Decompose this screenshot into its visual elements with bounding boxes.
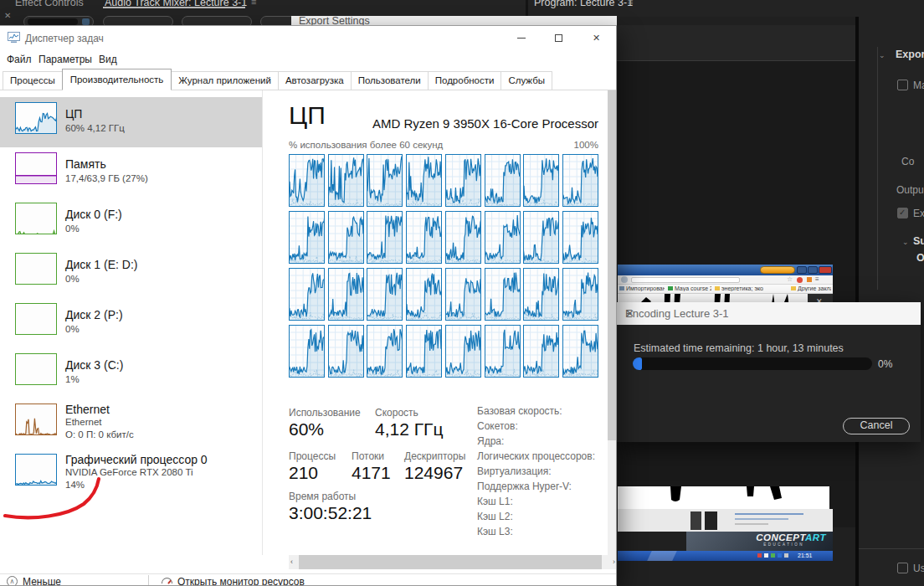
match-sequence-checkbox[interactable] (897, 80, 908, 90)
sidebar-item-cpu[interactable]: ЦП60% 4,12 ГГц (0, 97, 262, 147)
panel-menu-icon[interactable]: ≡ (251, 0, 256, 7)
tab-item[interactable]: Пользователи (351, 71, 429, 90)
screenshot-root: Effect Controls Audio Track Mixer: Lectu… (0, 0, 924, 586)
core-graph-12 (445, 211, 481, 267)
progress-percent: 0% (878, 358, 892, 370)
sidebar-item-detail: 0% (65, 224, 80, 234)
bookmark-item: Maya course 2013-2... (668, 285, 711, 291)
export-video-checkbox[interactable] (897, 208, 908, 218)
tray-icon (764, 553, 768, 558)
encoding-dialog-titlebar[interactable]: Encoding Lecture 3-1 ✕ (617, 302, 921, 325)
maximize-icon (555, 34, 562, 42)
menu-icon: ≡ (815, 275, 819, 283)
silhouette-feet (618, 486, 829, 509)
bookmark-item: Другие закладки (791, 285, 831, 291)
logo-sub: EDUCATION (686, 542, 804, 547)
tab-item[interactable]: Процессы (3, 71, 63, 90)
core-graph-8 (289, 211, 325, 267)
info-label: Логических процессоров: (477, 450, 595, 462)
fewer-details-link[interactable]: Меньше (23, 576, 61, 586)
stat-value: 3:00:52:21 (289, 503, 372, 523)
core-graph-16 (289, 268, 325, 324)
menu-item[interactable]: Параметры (38, 54, 92, 65)
sidebar-item-disk0[interactable]: Диск 0 (F:)0% (0, 198, 262, 248)
info-label: Виртуализация: (477, 465, 552, 477)
encoding-dialog: Encoding Lecture 3-1 ✕ Estimated time re… (617, 302, 921, 442)
tab-effect-controls[interactable]: Effect Controls (15, 0, 84, 8)
core-graph-9 (328, 211, 364, 267)
stat-value: 4,12 ГГц (375, 419, 443, 440)
info-label: Кэш L2: (477, 511, 513, 522)
preview-toolbar (617, 25, 855, 61)
tab-item[interactable]: Автозагрузка (278, 71, 352, 90)
tab-program-monitor[interactable]: Program: Lecture 3-1 (534, 0, 633, 8)
progress-bar (633, 357, 872, 370)
sidebar-item-name: Диск 2 (P:) (65, 308, 123, 321)
mixer-control-display (28, 18, 78, 25)
scrollbar-thumb[interactable] (608, 90, 616, 440)
close-icon[interactable]: ✕ (4, 11, 11, 20)
close-button[interactable]: ✕ (578, 26, 615, 49)
core-graph-2 (367, 154, 403, 210)
close-icon[interactable]: ✕ (625, 307, 912, 320)
sidebar-item-mem[interactable]: Память17,4/63,9 ГБ (27%) (0, 147, 262, 198)
export-section-label: Export (896, 49, 924, 60)
core-graph-27 (406, 325, 442, 381)
chevron-down-icon[interactable]: ⌄ (879, 51, 886, 59)
cancel-button[interactable]: Cancel (843, 418, 910, 434)
tab-item[interactable]: Подробности (428, 71, 502, 90)
thumbnail (705, 511, 717, 530)
folder-icon (791, 286, 796, 290)
sidebar-item-eth[interactable]: EthernetEthernetО: 0 П: 0 кбит/с (0, 398, 262, 449)
use-max-quality-checkbox[interactable] (897, 563, 908, 573)
window-title: Диспетчер задач (25, 33, 104, 44)
core-graph-4 (445, 154, 481, 210)
core-graph-15 (562, 211, 598, 267)
tab-item[interactable]: Журнал приложений (171, 71, 279, 90)
sidebar-item-disk[interactable]: Диск 2 (P:)0% (0, 298, 262, 348)
menu-item[interactable]: Файл (7, 54, 32, 65)
collapse-icon[interactable]: ∧ (7, 576, 18, 586)
stat-label: Скорость (375, 407, 418, 419)
sidebar-item-disk[interactable]: Диск 1 (E: D:)0% (0, 248, 262, 298)
minimize-button[interactable] (502, 26, 540, 49)
back-icon (621, 276, 628, 283)
tray-icon (778, 553, 782, 558)
scroll-right-icon[interactable]: › (613, 558, 615, 566)
tab-active[interactable]: Производительность (62, 69, 172, 90)
info-label: Ядра: (477, 435, 504, 447)
sidebar-item-detail: 0% (65, 324, 80, 334)
sidebar-item-gpu[interactable]: Графический процессор 0NVIDIA GeForce RT… (0, 449, 262, 499)
export-settings-title: Export Settings (299, 16, 370, 25)
scrollbar-thumb[interactable] (299, 555, 602, 569)
menu-item[interactable]: Вид (99, 54, 117, 65)
scroll-left-icon[interactable]: ‹ (290, 558, 293, 566)
bookmark-item: Импортировано из... (619, 285, 665, 291)
core-graph-17 (328, 268, 364, 324)
maximize-button[interactable] (540, 26, 578, 49)
tab-item[interactable]: Службы (501, 71, 552, 90)
mixer-control-1[interactable] (103, 16, 173, 25)
close-icon: ✕ (593, 33, 600, 43)
sidebar-item-disk[interactable]: Диск 3 (C:)1% (0, 348, 262, 398)
text-line (735, 523, 768, 525)
mixer-control-accent (82, 18, 90, 25)
output-name-label: Outpu (896, 184, 924, 196)
stat-value: 60% (289, 419, 324, 440)
horizontal-scrollbar[interactable]: ‹ › (289, 555, 617, 569)
mixer-control-0[interactable] (23, 16, 94, 25)
open-resource-monitor-link[interactable]: Открыть монитор ресурсов (177, 576, 305, 586)
graph-scale-max: 100% (574, 140, 598, 150)
info-label: Базовая скорость: (477, 405, 562, 417)
core-graph-28 (445, 325, 481, 381)
recorded-page-content-lower (618, 486, 829, 509)
mixer-control-2[interactable] (182, 16, 252, 25)
tray-icon (757, 553, 762, 558)
chevron-down-icon[interactable]: ⌄ (902, 238, 909, 246)
footer-divider (0, 573, 617, 574)
vertical-scrollbar[interactable] (608, 90, 616, 555)
sidebar-item-name: Память (65, 157, 106, 171)
stat-label: Дескрипторы (404, 450, 465, 462)
panel-menu-icon[interactable]: ≡ (628, 0, 633, 7)
export-video-label: Exp (913, 208, 924, 219)
